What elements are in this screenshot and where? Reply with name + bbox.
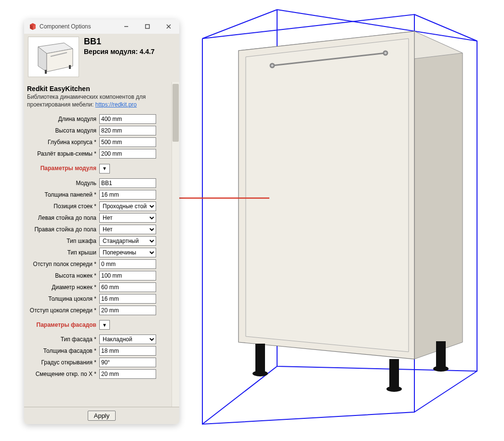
svg-rect-30 xyxy=(45,70,47,74)
svg-rect-13 xyxy=(389,359,399,388)
library-title: Redkit EasyKitchen xyxy=(27,85,169,93)
svg-rect-23 xyxy=(146,25,149,28)
label-plinth-offset: Отступ цоколя спереди * xyxy=(27,305,99,316)
input-panel-thickness[interactable] xyxy=(99,190,156,200)
label-leg-height: Высота ножек * xyxy=(27,270,99,281)
input-leg-height[interactable] xyxy=(99,271,156,281)
select-cabinet-type[interactable]: Стандартный xyxy=(99,236,156,246)
section-toggle-icon[interactable]: ▼ xyxy=(99,320,110,330)
select-post-position[interactable]: Проходные стойки xyxy=(99,201,156,211)
svg-point-12 xyxy=(252,371,268,376)
maximize-button[interactable] xyxy=(137,19,158,34)
input-height[interactable] xyxy=(99,126,156,135)
svg-line-2 xyxy=(414,371,477,412)
window-title: Component Options xyxy=(40,23,91,30)
label-left-post: Левая стойка до пола xyxy=(27,212,99,224)
label-plinth-thickness: Толщина цоколя * xyxy=(27,293,99,305)
svg-point-14 xyxy=(386,386,402,392)
select-facade-type[interactable]: Накладной xyxy=(99,334,156,344)
select-roof-type[interactable]: Поперечины xyxy=(99,248,156,257)
scrollbar[interactable] xyxy=(172,82,179,407)
label-roof-type: Тип крыши xyxy=(27,247,99,258)
select-right-post[interactable]: Нет xyxy=(99,225,156,234)
titlebar[interactable]: Component Options xyxy=(24,19,179,34)
svg-point-10 xyxy=(384,51,387,55)
svg-rect-15 xyxy=(436,341,446,368)
label-panel-thickness: Толщина панелей * xyxy=(27,189,99,200)
label-length: Длина модуля xyxy=(27,113,99,125)
close-button[interactable] xyxy=(158,19,179,34)
input-plinth-offset[interactable] xyxy=(99,306,156,315)
minimize-button[interactable] xyxy=(116,19,137,34)
section-facade-params: Параметры фасадов xyxy=(27,319,99,331)
label-open-shift-x: Смещение откр. по X * xyxy=(27,368,99,380)
app-icon xyxy=(29,23,37,30)
svg-rect-11 xyxy=(255,344,265,373)
input-plinth-thickness[interactable] xyxy=(99,294,156,304)
svg-rect-31 xyxy=(69,65,71,69)
input-open-shift-x[interactable] xyxy=(99,369,156,379)
label-height: Высота модуля xyxy=(27,125,99,136)
label-facade-thickness: Толщина фасадов * xyxy=(27,345,99,357)
section-toggle-icon[interactable]: ▼ xyxy=(99,164,110,174)
svg-marker-4 xyxy=(414,31,463,359)
component-header: BB1 Версия модуля: 4.4.7 xyxy=(24,34,179,82)
label-shelf-offset: Отступ полок спереди * xyxy=(27,258,99,270)
label-leg-diameter: Диаметр ножек * xyxy=(27,281,99,293)
label-cabinet-type: Тип шкафа xyxy=(27,235,99,247)
input-length[interactable] xyxy=(99,114,156,124)
label-explode: Разлёт взрыв-схемы * xyxy=(27,148,99,160)
section-module-params: Параметры модуля xyxy=(27,162,99,174)
component-thumbnail xyxy=(28,37,79,77)
label-post-position: Позиция стоек * xyxy=(27,200,99,212)
library-description: Библиотека динамических компонентов для … xyxy=(27,94,169,108)
label-module: Модуль xyxy=(27,177,99,189)
input-depth[interactable] xyxy=(99,137,156,147)
svg-point-9 xyxy=(270,64,274,67)
input-shelf-offset[interactable] xyxy=(99,259,156,269)
component-name: BB1 xyxy=(84,37,175,47)
label-depth: Глубина корпуса * xyxy=(27,136,99,148)
model-viewport[interactable] xyxy=(193,5,491,434)
label-open-degree: Градус открывания * xyxy=(27,357,99,368)
apply-button[interactable]: Apply xyxy=(88,411,116,421)
input-leg-diameter[interactable] xyxy=(99,282,156,292)
input-explode[interactable] xyxy=(99,149,156,159)
label-right-post: Правая стойка до пола xyxy=(27,224,99,235)
scrollbar-thumb[interactable] xyxy=(172,84,179,142)
select-left-post[interactable]: Нет xyxy=(99,213,156,223)
input-module[interactable] xyxy=(99,178,156,188)
properties-panel: Redkit EasyKitchen Библиотека динамическ… xyxy=(24,82,172,407)
svg-point-16 xyxy=(433,366,449,372)
library-link[interactable]: https://redkit.pro xyxy=(95,101,137,108)
component-version: Версия модуля: 4.4.7 xyxy=(84,48,175,55)
input-open-degree[interactable] xyxy=(99,358,156,367)
svg-marker-7 xyxy=(246,39,409,352)
label-facade-type: Тип фасада * xyxy=(27,334,99,345)
input-facade-thickness[interactable] xyxy=(99,346,156,356)
component-options-window: Component Options BB1 Версия модуля: 4.4… xyxy=(24,19,179,424)
